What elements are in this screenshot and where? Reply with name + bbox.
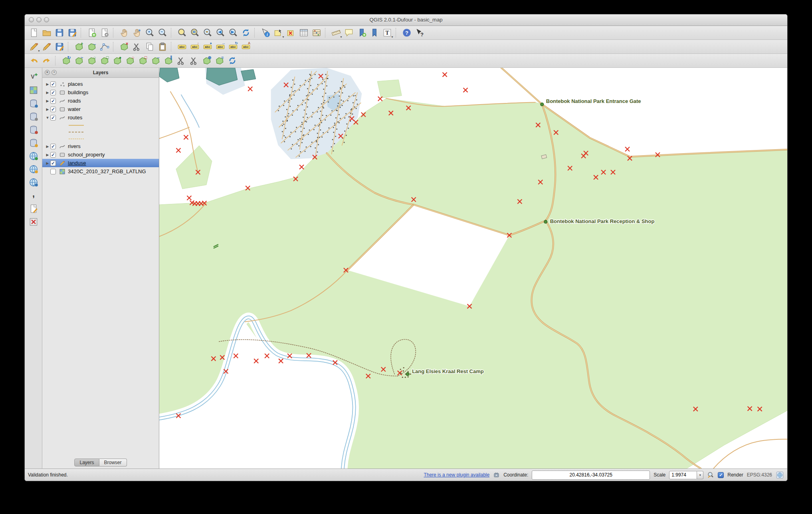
map-canvas[interactable]: Bontebok National Park Entrance GateBont… xyxy=(159,68,787,469)
whats-this-button[interactable]: ? xyxy=(414,27,426,39)
zoom-to-layer-button[interactable] xyxy=(202,27,214,39)
toggle-editing-button[interactable] xyxy=(41,41,53,53)
layer-visibility-checkbox[interactable]: ✓ xyxy=(50,152,56,158)
map-tips-button[interactable] xyxy=(343,27,355,39)
add-wfs-layer-button[interactable] xyxy=(28,176,40,188)
layer-visibility-checkbox[interactable]: ✓ xyxy=(50,81,56,87)
add-delimited-text-layer-button[interactable]: , xyxy=(28,190,40,202)
layer-expander-icon[interactable]: ▶ xyxy=(45,153,50,157)
merge-attributes-button[interactable]: ≡ xyxy=(214,55,226,67)
layer-item-water[interactable]: ▶✓water xyxy=(42,105,159,113)
identify-features-button[interactable]: i xyxy=(259,27,271,39)
layer-expander-icon[interactable]: ▶ xyxy=(45,82,50,86)
fill-ring-button[interactable]: ● xyxy=(111,55,123,67)
measure-button[interactable]: ▼ xyxy=(330,27,342,39)
layer-visibility-checkbox[interactable] xyxy=(50,169,56,174)
zoom-in-button[interactable]: + xyxy=(144,27,156,39)
deselect-features-button[interactable] xyxy=(285,27,297,39)
node-tool-button[interactable] xyxy=(99,41,111,53)
save-project-button[interactable] xyxy=(53,27,65,39)
layer-expander-icon[interactable]: ▶ xyxy=(45,107,50,111)
add-part-button[interactable]: □ xyxy=(99,55,111,67)
layer-visibility-checkbox[interactable]: ✓ xyxy=(50,98,56,104)
crs-selector-button[interactable] xyxy=(776,471,784,479)
add-mssql-layer-button[interactable] xyxy=(28,124,40,136)
refresh-map-button[interactable] xyxy=(240,27,252,39)
plugin-icon[interactable] xyxy=(493,472,500,478)
panel-tab-layers[interactable]: Layers xyxy=(74,459,99,467)
delete-part-button[interactable]: □ xyxy=(137,55,149,67)
scale-dropdown-arrow-icon[interactable]: ▼ xyxy=(697,471,703,479)
layer-visibility-checkbox[interactable]: ✓ xyxy=(50,107,56,112)
add-ring-button[interactable]: ○ xyxy=(86,55,98,67)
layer-expander-icon[interactable]: ▶ xyxy=(45,161,50,165)
composer-manager-button[interactable] xyxy=(99,27,111,39)
add-postgis-layer-button[interactable] xyxy=(28,97,40,109)
layer-expander-icon[interactable]: ▶ xyxy=(45,144,50,148)
coordinate-input[interactable] xyxy=(532,471,650,480)
layer-item-3420C_2010_327_RGB_LATLNG[interactable]: 3420C_2010_327_RGB_LATLNG xyxy=(42,167,159,176)
dropdown-arrow-icon[interactable]: ▼ xyxy=(282,36,285,38)
rotate-point-symbols-button[interactable] xyxy=(226,55,238,67)
label-properties-button[interactable]: abcA xyxy=(240,41,252,53)
layer-item-landuse[interactable]: ▶✓landuse xyxy=(42,159,159,167)
delete-selected-button[interactable]: × xyxy=(118,41,130,53)
new-bookmark-button[interactable] xyxy=(356,27,368,39)
add-spatialite-layer-button[interactable] xyxy=(28,111,40,123)
layer-visibility-checkbox[interactable]: ✓ xyxy=(50,144,56,149)
layer-expander-icon[interactable]: ▼ xyxy=(45,116,50,120)
undo-button[interactable] xyxy=(28,55,40,67)
redo-button[interactable] xyxy=(41,55,53,67)
layer-expander-icon[interactable]: ▶ xyxy=(45,91,50,95)
add-raster-layer-button[interactable] xyxy=(28,84,40,96)
zoom-full-button[interactable] xyxy=(176,27,188,39)
panel-close-icon[interactable]: × xyxy=(45,70,50,75)
layer-item-places[interactable]: ▶✓places xyxy=(42,80,159,88)
zoom-to-selection-button[interactable] xyxy=(189,27,201,39)
zoom-last-button[interactable]: ◀ xyxy=(214,27,226,39)
layer-item-rivers[interactable]: ▶✓rivers xyxy=(42,142,159,150)
delete-ring-button[interactable]: ○ xyxy=(124,55,136,67)
new-shapefile-layer-button[interactable] xyxy=(28,203,40,215)
label-highlight-button[interactable]: abc● xyxy=(202,41,214,53)
add-vector-layer-button[interactable]: V xyxy=(28,71,40,83)
remove-layer-button[interactable] xyxy=(28,216,40,228)
copy-features-button[interactable] xyxy=(144,41,156,53)
add-wms-layer-button[interactable] xyxy=(28,150,40,162)
zoom-next-button[interactable]: ▶ xyxy=(227,27,239,39)
simplify-feature-button[interactable]: ~ xyxy=(73,55,85,67)
layer-visibility-checkbox[interactable]: ✓ xyxy=(50,115,56,121)
split-features-button[interactable] xyxy=(175,55,187,67)
cut-features-button[interactable] xyxy=(131,41,143,53)
scale-magnifier-icon[interactable] xyxy=(707,471,714,478)
label-pin-button[interactable]: abc↓ xyxy=(189,41,201,53)
layer-visibility-checkbox[interactable]: ✓ xyxy=(50,90,56,95)
pan-map-button[interactable] xyxy=(118,27,130,39)
render-checkbox[interactable]: ✓ xyxy=(718,472,724,478)
show-bookmarks-button[interactable] xyxy=(368,27,380,39)
paste-features-button[interactable] xyxy=(156,41,168,53)
layer-expander-icon[interactable]: ▶ xyxy=(45,99,50,103)
new-project-button[interactable] xyxy=(28,27,40,39)
text-annotation-button[interactable]: T▼ xyxy=(381,27,393,39)
layer-visibility-checkbox[interactable]: ✓ xyxy=(50,160,56,166)
layer-item-school_property[interactable]: ▶✓school_property xyxy=(42,150,159,159)
zoom-out-button[interactable]: − xyxy=(156,27,168,39)
add-wcs-layer-button[interactable] xyxy=(28,163,40,175)
new-print-composer-button[interactable] xyxy=(86,27,98,39)
panel-tab-browser[interactable]: Browser xyxy=(99,459,127,467)
label-rotate-button[interactable]: abc↻ xyxy=(227,41,239,53)
save-project-as-button[interactable] xyxy=(66,27,78,39)
labeling-button[interactable]: abc xyxy=(176,41,188,53)
select-features-button[interactable]: ▼ xyxy=(272,27,284,39)
scale-value[interactable]: 1:9974 xyxy=(669,471,697,479)
save-layer-edits-button[interactable] xyxy=(53,41,65,53)
current-edits-button[interactable]: ▼ xyxy=(28,41,40,53)
dropdown-arrow-icon[interactable]: ▼ xyxy=(340,36,343,38)
move-feature-button[interactable]: ↔ xyxy=(86,41,98,53)
title-bar[interactable]: QGIS 2.0.1-Dufour - basic_map xyxy=(25,14,787,26)
dropdown-arrow-icon[interactable]: ▼ xyxy=(391,36,394,38)
layer-item-routes[interactable]: ▼✓routes xyxy=(42,113,159,122)
layer-item-buildings[interactable]: ▶✓buildings xyxy=(42,88,159,97)
pan-to-selection-button[interactable] xyxy=(131,27,143,39)
